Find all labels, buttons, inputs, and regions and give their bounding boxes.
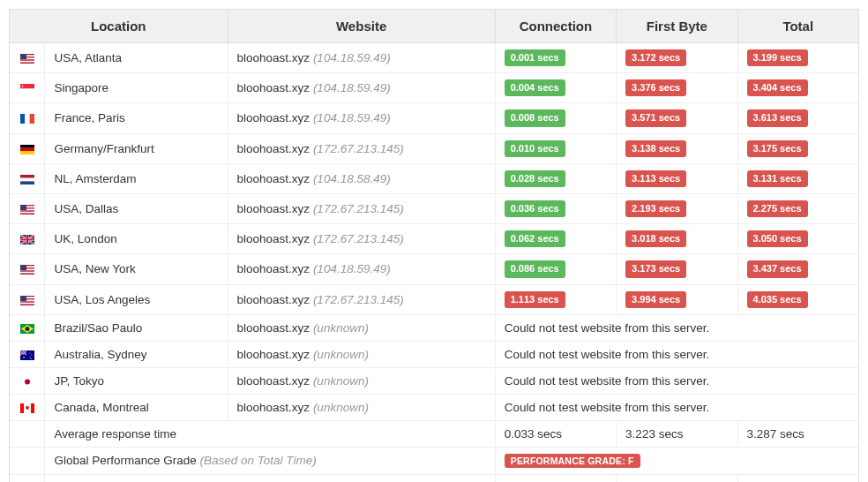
total-badge: 3.131 secs [747, 170, 808, 187]
table-row: Brazil/Sao Paulobloohoast.xyz (unknown)C… [10, 314, 859, 341]
flag-icon [10, 394, 45, 420]
svg-rect-16 [20, 147, 34, 151]
svg-rect-38 [20, 271, 34, 273]
site-ip: (104.18.59.49) [313, 262, 391, 275]
total-cell: 3.404 secs [737, 73, 858, 103]
svg-rect-7 [20, 54, 26, 59]
svg-rect-48 [20, 304, 34, 305]
avg-first-byte: 3.223 secs [617, 420, 737, 447]
first-byte-badge: 3.376 secs [625, 79, 686, 96]
summary-label: Average response time [45, 420, 495, 447]
location-cell: UK, London [45, 224, 228, 254]
connection-badge: 1.113 secs [505, 291, 565, 308]
performance-grade-badge: PERFORMANCE GRADE: F [505, 454, 640, 468]
site-ip: (104.18.59.49) [313, 111, 391, 124]
site-ip: (172.67.213.145) [313, 293, 404, 306]
flag-icon [10, 367, 45, 394]
location-cell: USA, Atlanta [45, 43, 228, 73]
site-name: bloohoast.xyz [237, 51, 311, 64]
svg-point-59 [29, 352, 30, 353]
table-row: Australia, Sydneybloohoast.xyz (unknown)… [10, 341, 859, 367]
connection-badge: 0.001 secs [505, 49, 565, 66]
connection-badge: 0.008 secs [505, 109, 565, 126]
svg-point-64 [25, 379, 30, 384]
error-cell: Could not test website from this server. [495, 367, 858, 394]
header-location: Location [10, 10, 228, 43]
connection-badge: 0.028 secs [505, 170, 565, 187]
svg-rect-57 [20, 352, 26, 353]
svg-rect-12 [20, 114, 25, 124]
location-cell: Brazil/Sao Paulo [45, 314, 228, 341]
grade-label-text: Global Performance Grade [54, 454, 196, 467]
svg-rect-9 [20, 89, 34, 94]
connection-badge: 0.086 secs [505, 260, 565, 277]
avg-connection: 0.000 secs [495, 474, 616, 482]
svg-rect-18 [20, 175, 34, 178]
total-badge: 3.404 secs [747, 79, 808, 96]
error-cell: Could not test website from this server. [495, 341, 858, 367]
svg-rect-14 [29, 114, 34, 124]
table-row: USA, Dallasbloohoast.xyz (172.67.213.145… [10, 193, 859, 223]
site-ip: (172.67.213.145) [313, 142, 404, 155]
location-cell: USA, New York [45, 254, 228, 284]
header-website: Website [228, 10, 495, 43]
total-badge: 3.199 secs [747, 49, 808, 66]
site-ip: (unknown) [313, 348, 369, 361]
site-name: bloohoast.xyz [237, 348, 311, 361]
site-name: bloohoast.xyz [237, 142, 311, 155]
website-cell: bloohoast.xyz (172.67.213.145) [228, 224, 495, 254]
svg-rect-40 [20, 274, 34, 275]
flag-icon [10, 43, 45, 73]
svg-point-60 [31, 354, 32, 355]
svg-rect-41 [20, 265, 26, 270]
connection-badge: 0.004 secs [505, 79, 565, 96]
total-badge: 3.613 secs [747, 109, 808, 126]
website-cell: bloohoast.xyz (unknown) [228, 367, 495, 394]
svg-rect-28 [20, 205, 26, 210]
connection-cell: 0.062 secs [495, 224, 616, 254]
first-byte-cell: 3.994 secs [617, 284, 737, 314]
svg-point-58 [23, 357, 25, 358]
summary-row: Average response time0.033 secs3.223 sec… [10, 420, 859, 447]
first-byte-badge: 3.571 secs [625, 109, 686, 126]
total-badge: 3.175 secs [747, 140, 808, 157]
location-cell: Germany/Frankfurt [45, 133, 228, 163]
website-cell: bloohoast.xyz (104.18.58.49) [228, 163, 495, 193]
svg-rect-67 [31, 403, 34, 413]
summary-row: Average response time0.000 secs0.000 sec… [10, 474, 859, 482]
site-name: bloohoast.xyz [237, 172, 311, 185]
first-byte-badge: 3.138 secs [625, 140, 686, 157]
total-cell: 3.437 secs [737, 254, 858, 284]
total-cell: 3.131 secs [737, 163, 858, 193]
error-cell: Could not test website from this server. [495, 314, 858, 341]
error-cell: Could not test website from this server. [495, 394, 858, 420]
flag-icon [10, 193, 45, 223]
grade-label: Global Performance Grade (Based on Total… [45, 447, 495, 474]
total-cell: 3.199 secs [737, 43, 858, 73]
svg-point-52 [25, 327, 29, 331]
location-cell: Canada, Montreal [45, 394, 228, 420]
flag-icon [10, 254, 45, 284]
location-cell: USA, Los Angeles [45, 284, 228, 314]
svg-rect-25 [20, 210, 34, 212]
performance-table: Location Website Connection First Byte T… [9, 9, 859, 482]
site-name: bloohoast.xyz [237, 293, 311, 306]
connection-cell: 1.113 secs [495, 284, 616, 314]
site-name: bloohoast.xyz [237, 321, 311, 335]
site-name: bloohoast.xyz [237, 401, 311, 414]
site-ip: (unknown) [313, 374, 369, 388]
site-name: bloohoast.xyz [237, 232, 311, 245]
table-row: JP, Tokyobloohoast.xyz (unknown)Could no… [10, 367, 859, 394]
header-row: Location Website Connection First Byte T… [10, 10, 859, 43]
empty-flag [10, 474, 45, 482]
first-byte-cell: 3.138 secs [617, 133, 737, 163]
svg-rect-15 [20, 145, 34, 148]
first-byte-cell: 3.376 secs [617, 73, 737, 103]
site-name: bloohoast.xyz [237, 111, 311, 124]
avg-total: 3.287 secs [737, 420, 858, 447]
website-cell: bloohoast.xyz (172.67.213.145) [228, 133, 495, 163]
svg-rect-26 [20, 212, 34, 214]
table-row: NL, Amsterdambloohoast.xyz (104.18.58.49… [10, 163, 859, 193]
header-first-byte: First Byte [617, 10, 737, 43]
first-byte-badge: 2.193 secs [625, 200, 686, 217]
